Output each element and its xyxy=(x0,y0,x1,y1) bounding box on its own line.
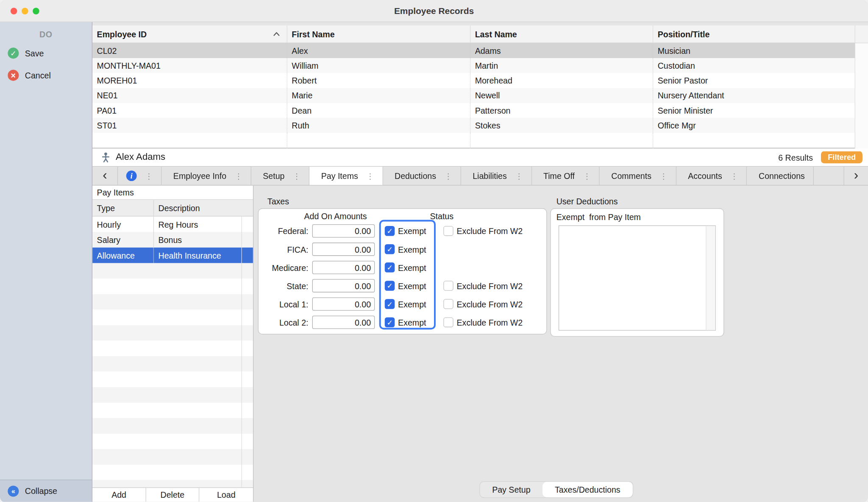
tax-row-state: State: ✓ Exempt Exclude From W2 xyxy=(259,279,546,297)
zoom-window-button[interactable] xyxy=(33,8,39,14)
table-row[interactable]: CL02 Alex Adams Musician xyxy=(92,43,868,58)
filtered-badge[interactable]: Filtered xyxy=(821,151,862,164)
column-header-employee-id[interactable]: Employee ID xyxy=(92,25,287,42)
tab-accounts[interactable]: Accounts ⋮ xyxy=(676,167,747,185)
pay-items-panel: Pay Items Type Description Hourly Reg Ho… xyxy=(92,186,253,502)
tab-liabilities[interactable]: Liabilities ⋮ xyxy=(461,167,532,185)
local2-exempt-checkbox[interactable]: ✓ xyxy=(385,317,395,327)
tab-taxes-deductions[interactable]: Taxes/Deductions xyxy=(542,482,632,497)
federal-exclude-w2-checkbox[interactable] xyxy=(443,226,453,236)
minimize-window-button[interactable] xyxy=(22,8,28,14)
table-scrollbar-track[interactable] xyxy=(855,43,868,58)
selected-record-name: Alex Adams xyxy=(116,152,165,163)
tab-pay-setup[interactable]: Pay Setup xyxy=(480,482,542,497)
pay-items-buttons: Add Delete Load xyxy=(92,487,253,502)
column-header-last-name[interactable]: Last Name xyxy=(470,25,653,42)
exempt-from-pay-item-label: Exempt from Pay Item xyxy=(556,212,641,221)
close-window-button[interactable] xyxy=(11,8,17,14)
tax-row-federal: Federal: ✓ Exempt Exclude From W2 xyxy=(259,224,546,243)
exempt-from-pay-item-listbox[interactable] xyxy=(559,226,716,331)
state-exclude-w2-checkbox[interactable] xyxy=(443,281,453,291)
tab-menu-icon[interactable]: ⋮ xyxy=(515,171,523,180)
tab-setup[interactable]: Setup ⋮ xyxy=(251,167,309,185)
tab-pay-items[interactable]: Pay Items ⋮ xyxy=(309,167,383,185)
pay-items-column-headers: Type Description xyxy=(92,200,253,217)
collapse-chevrons-icon: « xyxy=(8,485,19,496)
sort-ascending-icon xyxy=(273,31,280,36)
table-row[interactable]: NE01 Marie Newell Nursery Attendant xyxy=(92,88,868,103)
tab-menu-icon[interactable]: ⋮ xyxy=(660,171,668,180)
tab-menu-icon[interactable]: ⋮ xyxy=(235,171,242,180)
traffic-lights xyxy=(11,0,39,22)
delete-button[interactable]: Delete xyxy=(146,488,199,502)
bottom-tab-switcher: Pay Setup Taxes/Deductions xyxy=(479,481,633,498)
load-button[interactable]: Load xyxy=(200,488,253,502)
tax-row-local1: Local 1: ✓ Exempt Exclude From W2 xyxy=(259,297,546,315)
tab-menu-icon[interactable]: ⋮ xyxy=(583,171,591,180)
exempt-label: Exempt xyxy=(398,245,426,254)
table-row[interactable]: MOREH01 Robert Morehead Senior Pastor xyxy=(92,73,868,88)
listbox-scrollbar-track[interactable] xyxy=(706,226,715,330)
tab-employee-info[interactable]: Employee Info ⋮ xyxy=(161,167,251,185)
local1-exclude-w2-checkbox[interactable] xyxy=(443,299,453,309)
window-title: Employee Records xyxy=(394,6,474,16)
tabs-scroll-right-button[interactable]: › xyxy=(844,167,868,185)
local1-amount-input[interactable] xyxy=(312,297,375,310)
column-header-first-name[interactable]: First Name xyxy=(287,25,470,42)
tax-row-local2: Local 2: ✓ Exempt Exclude From W2 xyxy=(259,315,546,334)
x-circle-icon: × xyxy=(8,70,19,81)
federal-amount-input[interactable] xyxy=(312,224,375,237)
exempt-label: Exempt xyxy=(398,263,426,272)
table-row[interactable]: MONTHLY-MA01 William Martin Custodian xyxy=(92,58,868,73)
table-row[interactable]: ST01 Ruth Stokes Office Mgr xyxy=(92,118,868,133)
tab-menu-icon[interactable]: ⋮ xyxy=(445,171,452,180)
tabs-scroll-left-button[interactable]: ‹ xyxy=(92,167,118,185)
tab-menu-icon[interactable]: ⋮ xyxy=(366,171,374,180)
exclude-w2-label: Exclude From W2 xyxy=(457,300,523,309)
taxes-group-label: Taxes xyxy=(267,197,289,206)
tab-menu-icon[interactable]: ⋮ xyxy=(145,171,153,180)
state-exempt-checkbox[interactable]: ✓ xyxy=(385,281,395,291)
employee-table: Employee ID First Name Last Name Positio… xyxy=(92,25,868,148)
tab-menu-icon[interactable]: ⋮ xyxy=(293,171,300,180)
tab-time-off[interactable]: Time Off ⋮ xyxy=(532,167,600,185)
local2-amount-input[interactable] xyxy=(312,315,375,329)
table-row[interactable]: PA01 Dean Patterson Senior Minister xyxy=(92,103,868,118)
exclude-w2-label: Exclude From W2 xyxy=(457,282,523,291)
exempt-label: Exempt xyxy=(398,226,426,236)
save-button[interactable]: ✓ Save xyxy=(0,42,92,64)
medicare-amount-input[interactable] xyxy=(312,261,375,274)
table-scrollbar-header-gap xyxy=(855,25,868,42)
medicare-exempt-checkbox[interactable]: ✓ xyxy=(385,262,395,273)
exclude-w2-label: Exclude From W2 xyxy=(457,318,523,327)
federal-exempt-checkbox[interactable]: ✓ xyxy=(385,226,395,236)
list-item-selected[interactable]: Allowance Health Insurance xyxy=(92,248,253,263)
tab-comments[interactable]: Comments ⋮ xyxy=(600,167,676,185)
state-amount-input[interactable] xyxy=(312,279,375,292)
exempt-label: Exempt xyxy=(398,282,426,291)
local1-exempt-checkbox[interactable]: ✓ xyxy=(385,299,395,309)
column-header-description: Description xyxy=(154,200,253,216)
record-bar: Alex Adams 6 Results Filtered xyxy=(92,148,868,167)
exempt-label: Exempt xyxy=(398,300,426,309)
local2-exclude-w2-checkbox[interactable] xyxy=(443,317,453,327)
list-item[interactable]: Salary Bonus xyxy=(92,232,253,248)
list-item[interactable]: Hourly Reg Hours xyxy=(92,217,253,232)
info-icon: i xyxy=(126,170,137,181)
fica-amount-input[interactable] xyxy=(312,243,375,256)
collapse-sidebar-button[interactable]: « Collapse xyxy=(0,480,92,502)
tax-rows: Federal: ✓ Exempt Exclude From W2 FICA: … xyxy=(259,224,546,334)
tab-connections[interactable]: Connections xyxy=(747,167,814,185)
tax-row-medicare: Medicare: ✓ Exempt xyxy=(259,261,546,279)
cancel-button-label: Cancel xyxy=(25,71,51,80)
tab-info[interactable]: i ⋮ xyxy=(118,167,161,185)
tab-menu-icon[interactable]: ⋮ xyxy=(730,171,738,180)
tab-bar: ‹ i ⋮ Employee Info ⋮ Setup ⋮ Pay Items … xyxy=(92,167,868,185)
exclude-w2-label: Exclude From W2 xyxy=(457,226,523,236)
results-count: 6 Results xyxy=(778,153,813,162)
fica-exempt-checkbox[interactable]: ✓ xyxy=(385,244,395,254)
cancel-button[interactable]: × Cancel xyxy=(0,64,92,86)
add-button[interactable]: Add xyxy=(92,488,146,502)
column-header-position-title[interactable]: Position/Title xyxy=(653,25,855,42)
tab-deductions[interactable]: Deductions ⋮ xyxy=(383,167,461,185)
